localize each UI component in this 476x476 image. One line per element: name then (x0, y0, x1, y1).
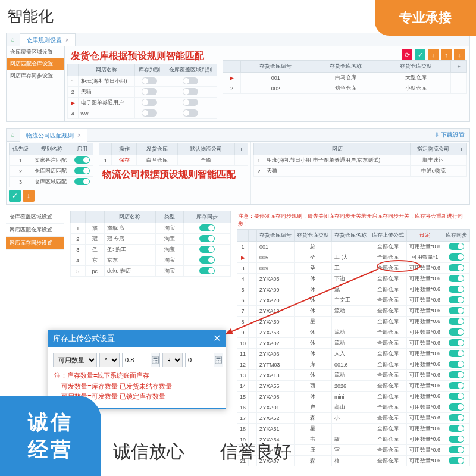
toggle[interactable] (142, 77, 157, 84)
toggle[interactable] (449, 350, 464, 357)
toggle[interactable] (449, 371, 464, 378)
table-row[interactable]: ▶电子图单券通用户 (68, 98, 217, 108)
panel1-tab-active[interactable]: 仓库规则设置× (20, 33, 76, 46)
toggle[interactable] (449, 243, 464, 250)
save-link[interactable]: 保存 (112, 155, 136, 166)
toggle[interactable] (449, 403, 464, 411)
table-row[interactable]: 3圣圣: 购工淘宝 (71, 245, 231, 255)
table-row[interactable]: 4ZYXA05休下边全部仓库可用数量*0.6 (237, 274, 470, 284)
toggle[interactable] (449, 382, 464, 389)
calculator-icon[interactable] (214, 353, 223, 367)
down-button[interactable]: ↓ (428, 49, 439, 60)
toggle[interactable] (183, 99, 198, 106)
down2-button[interactable]: ↓ (454, 49, 465, 60)
home-icon[interactable]: ⌂ (7, 131, 20, 138)
toggle[interactable] (449, 264, 464, 271)
table-row[interactable]: 3009圣工全部仓库可用数量*0.6 (237, 263, 470, 274)
toggle[interactable] (449, 361, 464, 368)
sidebar-item[interactable]: 仓库覆盖区域设置 (6, 211, 64, 224)
down-button[interactable]: ↓ (23, 190, 35, 202)
toggle[interactable] (199, 267, 215, 274)
table-row[interactable]: 1柜班(海礼节日小组) (68, 76, 217, 87)
close-icon[interactable]: × (65, 37, 69, 43)
sidebar-item[interactable]: 网店库存同步设置 (7, 70, 64, 82)
toggle[interactable] (449, 286, 464, 293)
toggle[interactable] (449, 307, 464, 314)
table-row[interactable]: 15ZYXA08休mini全部仓库可用数量*0.6 (237, 392, 470, 402)
download-link[interactable]: ⇩ 下载设置 (434, 131, 469, 139)
refresh-button[interactable]: ⟳ (402, 49, 412, 60)
sidebar-item[interactable]: 网店匹配仓库设置 (6, 224, 64, 237)
table-row[interactable]: 17ZYXA52森小全部仓库可用数量*0.6 (237, 413, 470, 424)
table-row[interactable]: ▶001白马仓库大型仓库 (223, 73, 467, 83)
add-column-button[interactable]: + (235, 143, 248, 155)
table-row[interactable]: 18ZYXA51星全部仓库可用数量*0.6 (237, 424, 470, 434)
toggle[interactable] (199, 246, 215, 253)
calculator-icon[interactable] (151, 353, 160, 367)
close-icon[interactable]: × (77, 132, 81, 139)
toggle[interactable] (449, 296, 464, 303)
confirm-button[interactable]: ✓ (415, 49, 425, 60)
toggle[interactable] (142, 88, 157, 95)
toggle[interactable] (449, 318, 464, 325)
toggle[interactable] (449, 253, 464, 261)
toggle[interactable] (74, 167, 90, 174)
table-row[interactable]: 6ZYXA20休主文工全部仓库可用数量*0.6 (237, 295, 470, 306)
offset-input[interactable] (185, 353, 211, 367)
table-row[interactable]: 1保存白马仓库全峰 (99, 155, 248, 166)
toggle[interactable] (449, 339, 464, 346)
table-row[interactable]: 2天猫 (68, 87, 217, 98)
home-icon[interactable]: ⌂ (7, 36, 20, 43)
toggle[interactable] (183, 88, 198, 95)
table-row[interactable]: 3仓库区域匹配 (10, 177, 93, 187)
table-row[interactable]: 2仓库网店匹配 (10, 166, 93, 177)
toggle[interactable] (74, 178, 90, 185)
table-row[interactable]: 4ww (68, 108, 217, 119)
toggle[interactable] (199, 224, 215, 231)
table-row[interactable]: 14ZYXA55西2026全部仓库可用数量*0.6 (237, 381, 470, 392)
add-column-button[interactable]: + (451, 61, 467, 73)
table-row[interactable]: 7ZYXA12休流动全部仓库可用数量*0.6 (237, 306, 470, 317)
table-row[interactable]: 1001总全部仓库可用数量*0.8 (237, 242, 470, 252)
table-row[interactable]: 1柜班(海礼节日小组,电子图单券通用户,京东测试)顺丰速运 (254, 155, 467, 166)
operator2-select[interactable]: + (162, 353, 183, 367)
panel2-tab-active[interactable]: 物流公司匹配规则× (20, 129, 87, 142)
close-icon[interactable]: ✕ (213, 330, 221, 347)
toggle[interactable] (449, 425, 464, 432)
table-row[interactable]: 8ZYXA50星全部仓库可用数量*0.6 (237, 317, 470, 327)
confirm-button[interactable]: ✓ (9, 190, 21, 202)
toggle[interactable] (199, 235, 215, 242)
table-row[interactable]: 12ZYTM03库001.6全部仓库可用数量*0.6 (237, 359, 470, 370)
table-row[interactable]: 2天猫申通e物流 (254, 166, 467, 177)
table-row[interactable]: 10ZYXA02休流动全部仓库可用数量*0.6 (237, 338, 470, 349)
table-row[interactable]: 16ZYXA01户高山全部仓库可用数量*0.6 (237, 402, 470, 413)
operator1-select[interactable]: * (99, 353, 120, 367)
up-button[interactable]: ↑ (441, 49, 452, 60)
table-row[interactable]: 4京京东淘宝 (71, 255, 231, 266)
table-row[interactable]: 1卖家备注匹配 (10, 155, 93, 166)
factor-input[interactable] (122, 353, 148, 367)
table-row[interactable]: 11ZYXA03休人入全部仓库可用数量*0.6 (237, 349, 470, 359)
table-row[interactable]: 1旗旗舰 店淘宝 (71, 223, 231, 234)
toggle[interactable] (449, 414, 464, 421)
toggle[interactable] (183, 77, 198, 84)
table-row[interactable]: 2冠冠 专店淘宝 (71, 234, 231, 245)
add-column-button[interactable]: + (456, 143, 467, 155)
table-row[interactable]: ▶005圣工 (大全部仓库可用数量*1 (237, 252, 470, 263)
toggle[interactable] (449, 275, 464, 282)
toggle[interactable] (449, 393, 464, 400)
toggle[interactable] (199, 256, 215, 264)
sidebar-item[interactable]: 仓库覆盖区域设置 (7, 46, 64, 58)
toggle[interactable] (74, 156, 90, 164)
table-row[interactable]: 5pcdeke 鞋店淘宝 (71, 266, 231, 277)
table-row[interactable]: 5ZYXA09休流全部仓库可用数量*0.6 (237, 284, 470, 295)
sidebar-item[interactable]: 网店库存同步设置 (6, 237, 64, 250)
table-row[interactable]: 13ZYXA13休流动全部仓库可用数量*0.6 (237, 370, 470, 381)
table-row[interactable]: 2002鲸鱼仓库小型仓库 (223, 83, 467, 94)
sidebar-item[interactable]: 网店匹配仓库设置 (7, 58, 64, 70)
toggle[interactable] (142, 99, 157, 106)
toggle[interactable] (449, 328, 464, 336)
toggle[interactable] (142, 109, 157, 117)
quantity-type-select[interactable]: 可用数量 (53, 353, 97, 367)
th-setting[interactable]: 设定 (406, 230, 443, 242)
